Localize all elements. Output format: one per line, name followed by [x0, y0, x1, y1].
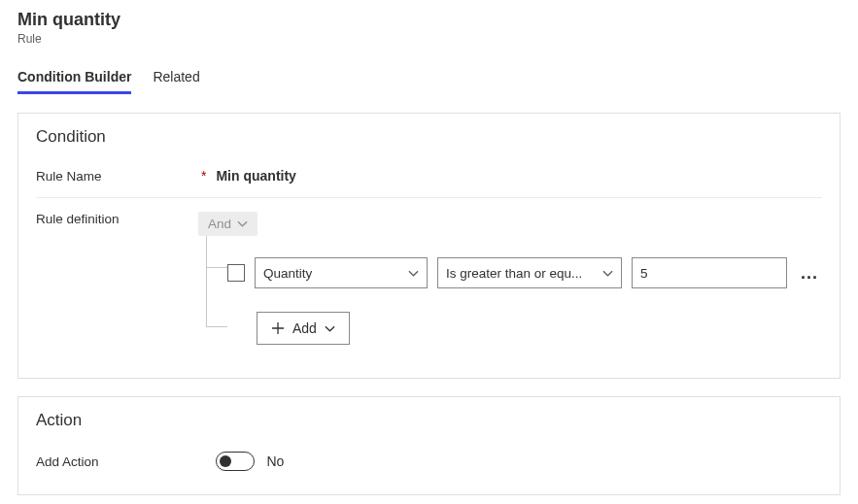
add-action-label: Add Action — [36, 454, 201, 469]
add-action-toggle[interactable] — [216, 452, 255, 471]
value-input-text: 5 — [640, 266, 648, 281]
tab-condition-builder[interactable]: Condition Builder — [17, 63, 131, 94]
rule-name-label: Rule Name — [36, 169, 201, 184]
condition-panel: Condition Rule Name * Min quantity Rule … — [17, 113, 841, 379]
logic-operator-dropdown[interactable]: And — [198, 212, 257, 236]
logic-operator-text: And — [208, 217, 231, 231]
add-button-label: Add — [292, 320, 317, 336]
chevron-down-icon — [602, 268, 613, 279]
action-heading: Action — [36, 411, 822, 430]
chevron-down-icon — [408, 268, 419, 279]
page-title: Min quantity — [17, 10, 841, 30]
tab-related[interactable]: Related — [153, 63, 199, 94]
operator-select[interactable]: Is greater than or equ... — [437, 257, 622, 288]
field-select[interactable]: Quantity — [255, 257, 428, 288]
condition-heading: Condition — [36, 127, 822, 147]
tabs: Condition Builder Related — [17, 63, 841, 95]
row-more-menu[interactable]: ... — [797, 263, 822, 284]
rule-name-value[interactable]: Min quantity — [216, 168, 295, 184]
condition-row-checkbox[interactable] — [227, 264, 245, 282]
value-input[interactable]: 5 — [632, 257, 787, 288]
action-panel: Action Add Action * No — [17, 396, 841, 495]
field-select-text: Quantity — [263, 266, 312, 281]
rule-definition-label: Rule definition — [36, 212, 184, 226]
entity-type: Rule — [17, 32, 841, 46]
chevron-down-icon — [237, 218, 248, 229]
chevron-down-icon — [325, 323, 335, 334]
operator-select-text: Is greater than or equ... — [446, 266, 582, 281]
plus-icon — [271, 321, 285, 335]
add-action-toggle-value: No — [266, 454, 284, 469]
required-indicator: * — [201, 168, 206, 184]
toggle-knob — [220, 455, 231, 467]
add-condition-button[interactable]: Add — [257, 312, 350, 345]
